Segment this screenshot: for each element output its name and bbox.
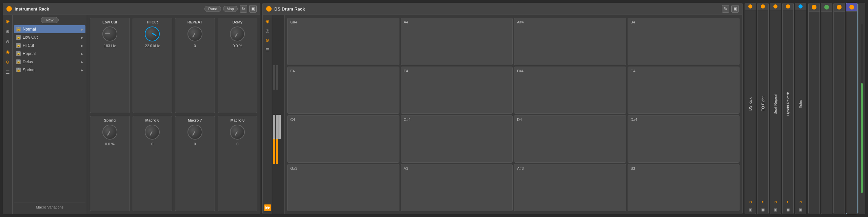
list-icon[interactable]: ☰	[4, 69, 11, 75]
knob-macro6[interactable]	[145, 125, 160, 140]
remove-chain-icon[interactable]: ⊖	[4, 38, 11, 45]
knob-spring[interactable]	[102, 125, 117, 140]
drum-rack-title: DS Drum Rack	[274, 6, 305, 12]
knob-repeat[interactable]	[188, 26, 202, 41]
preset-icon-delay: 🔒	[16, 59, 21, 64]
drum-pad-c4[interactable]: C4	[287, 115, 399, 163]
macro-row-1: Low Cut 183 Hz Hi Cut	[90, 18, 257, 113]
knob-container-macro7	[186, 124, 203, 141]
knob-lowcut[interactable]	[102, 26, 117, 41]
chain-panels: DS Kick ↻ ▣ EQ Eight ↻ ▣ Beat Repeat	[745, 3, 806, 214]
chain-label-beatrepeat[interactable]: Beat Repeat	[773, 10, 777, 198]
knob-container-repeat	[186, 25, 203, 42]
chain-icon2-eqeight[interactable]: ▣	[760, 206, 766, 213]
drum-search-icon[interactable]: ◉	[264, 18, 271, 24]
drum-pad-f4[interactable]: F4	[401, 67, 513, 114]
right-panel-1-circle[interactable]	[812, 5, 816, 10]
macro-name-spring: Spring	[104, 118, 116, 122]
chain-icon1-dskick[interactable]: ↻	[747, 199, 753, 205]
preset-item-spring[interactable]: 🔒 Spring ▶	[14, 66, 85, 74]
mini-cell	[281, 40, 283, 65]
mini-cell	[278, 189, 281, 213]
drum-pad-a3[interactable]: A3	[401, 164, 513, 212]
chain-panel-echo-header	[795, 3, 806, 10]
chain-power-beatrepeat[interactable]	[773, 4, 777, 8]
volume-fader[interactable]	[859, 3, 865, 214]
chain-icon2-dskick[interactable]: ▣	[747, 206, 753, 213]
chain-label-dskick[interactable]: DS Kick	[748, 10, 752, 198]
knob-macro8[interactable]	[230, 125, 245, 140]
chain-label-echo[interactable]: Echo	[798, 10, 803, 198]
chain-icon1-echo[interactable]: ↻	[797, 199, 804, 205]
drum-pad-a4[interactable]: A4	[401, 18, 513, 65]
chain-power-echo[interactable]	[798, 4, 803, 8]
mini-row-4	[273, 90, 283, 114]
preset-item-delay[interactable]: 🔒 Delay ▶	[14, 58, 85, 66]
rand-button[interactable]: Rand	[204, 6, 221, 12]
right-panel-4-circle[interactable]	[849, 5, 854, 10]
drum-pad-e4[interactable]: E4	[287, 67, 399, 114]
drum-pad-gsharp3[interactable]: G#3	[287, 164, 399, 212]
chain-icon2-hybridreverb[interactable]: ▣	[785, 206, 791, 213]
macro-value-hicut: 22.0 kHz	[145, 44, 160, 48]
chain-power-hybridreverb[interactable]	[786, 4, 790, 8]
chain-icon1-beatrepeat[interactable]: ↻	[772, 199, 778, 205]
right-panel-2	[821, 3, 832, 214]
right-panel-3-circle[interactable]	[837, 5, 842, 10]
macro-name-macro7: Macro 7	[188, 118, 202, 122]
chain-icon1-hybridreverb[interactable]: ↻	[785, 199, 791, 205]
macro-cell-repeat: REPEAT 0	[175, 18, 215, 113]
drum-pad-fsharp4[interactable]: F#4	[514, 67, 626, 114]
drum-pad-b4[interactable]: B4	[628, 18, 740, 65]
chain-label-eqeight[interactable]: EQ Eight	[761, 10, 765, 198]
settings-icon[interactable]: ◉	[4, 48, 11, 55]
right-panel-3	[833, 3, 845, 214]
refresh-icon[interactable]: ↻	[240, 5, 247, 13]
minus-icon[interactable]: ⊖	[4, 58, 11, 65]
drum-pad-csharp4[interactable]: C#4	[401, 115, 513, 163]
chain-icon1-eqeight[interactable]: ↻	[760, 199, 766, 205]
drum-save-icon[interactable]: ▣	[731, 5, 739, 13]
mini-cell	[276, 139, 278, 164]
chain-label-hybridreverb[interactable]: Hybrid Reverb	[786, 10, 790, 198]
drum-pads: G#4 A4 A#4 B4 E4 F4 F#4 G4 C4 C#4 D4 D#4…	[284, 15, 742, 214]
drum-power-button[interactable]	[266, 6, 272, 12]
macro-cell-macro7: Macro 7 0	[175, 116, 215, 211]
add-chain-icon[interactable]: ⊕	[4, 28, 11, 35]
right-panel-2-circle[interactable]	[824, 5, 829, 10]
preset-item-hicut[interactable]: 🔒 Hi Cut ▶	[14, 41, 85, 50]
drum-pad-gsharp4[interactable]: G#4	[287, 18, 399, 65]
knob-delay[interactable]	[230, 26, 245, 41]
preset-item-normal[interactable]: 🔒 Normal ▶	[14, 25, 85, 33]
preset-item-repeat[interactable]: 🔒 Repeat ▶	[14, 50, 85, 58]
knob-hicut[interactable]	[145, 26, 160, 41]
drum-pad-b3[interactable]: B3	[628, 164, 740, 212]
knob-macro7[interactable]	[188, 125, 202, 140]
power-button[interactable]	[6, 6, 12, 12]
preset-item-lowcut[interactable]: 🔒 Low Cut ▶	[14, 33, 85, 41]
new-button[interactable]: New	[41, 17, 58, 23]
drum-minus-icon[interactable]: ⊖	[264, 37, 271, 43]
chain-icon2-echo[interactable]: ▣	[797, 206, 804, 213]
drum-pad-asharp4[interactable]: A#4	[514, 18, 626, 65]
drum-pad-d4[interactable]: D4	[514, 115, 626, 163]
drum-pad-g4[interactable]: G4	[628, 67, 740, 114]
chain-power-eqeight[interactable]	[761, 4, 765, 8]
drum-camera-icon[interactable]: ◎	[264, 27, 271, 34]
mini-cell	[276, 115, 278, 139]
knob-container-spring	[101, 124, 118, 141]
save-icon[interactable]: ▣	[249, 5, 257, 13]
mini-cell	[278, 40, 281, 65]
map-button[interactable]: Map	[223, 6, 238, 12]
instrument-rack: Instrument Rack Rand Map ↻ ▣ ◉ ⊕ ⊖ ◉ ⊖ ☰	[3, 3, 260, 214]
macro-cell-macro6: Macro 6 0	[133, 116, 173, 211]
mini-cell	[281, 65, 283, 90]
chain-power-dskick[interactable]	[748, 4, 752, 8]
drum-list-icon[interactable]: ☰	[264, 46, 271, 53]
drum-play-icon[interactable]: ⏩	[264, 204, 271, 211]
macro-icon[interactable]: ◉	[4, 18, 11, 24]
drum-pad-asharp3[interactable]: A#3	[514, 164, 626, 212]
drum-refresh-icon[interactable]: ↻	[722, 5, 729, 13]
chain-icon2-beatrepeat[interactable]: ▣	[772, 206, 778, 213]
drum-pad-dsharp4[interactable]: D#4	[628, 115, 740, 163]
